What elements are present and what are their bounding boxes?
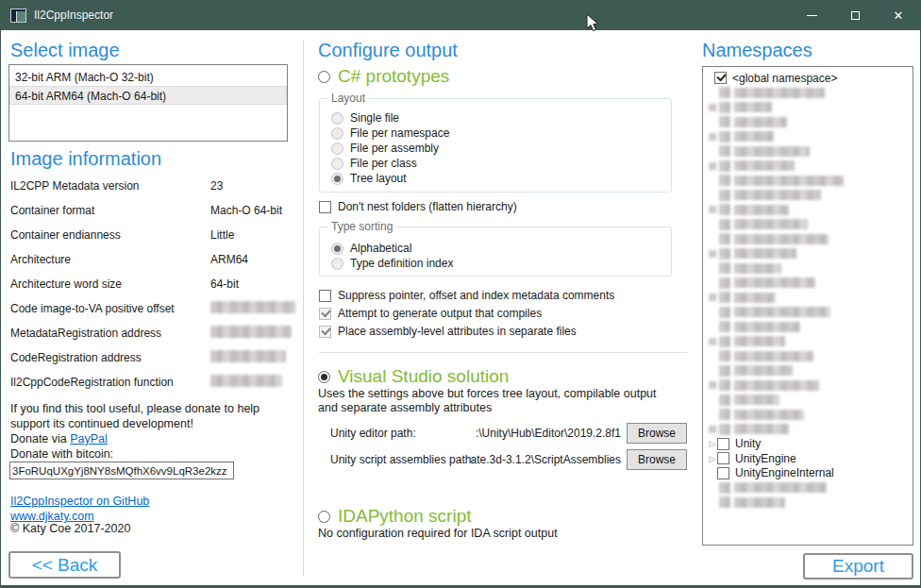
type-sorting-option[interactable]: Type definition index (331, 256, 453, 271)
namespace-item[interactable]: ▷ Unity (703, 437, 913, 452)
export-button[interactable]: Export (803, 553, 913, 580)
csharp-prototypes-radio[interactable] (318, 71, 330, 83)
info-row: MetadataRegistration address (10, 323, 293, 347)
unity-script-browse-button[interactable]: Browse (627, 449, 687, 470)
paypal-link[interactable]: PayPal (70, 432, 108, 445)
layout-radio[interactable] (331, 143, 343, 155)
namespace-item-redacted[interactable] (703, 320, 913, 335)
namespace-item-redacted[interactable] (703, 188, 913, 203)
layout-option[interactable]: File per namespace (331, 126, 449, 141)
namespace-item-redacted[interactable] (703, 115, 913, 130)
namespace-item-redacted[interactable] (703, 334, 913, 349)
vs-solution-option[interactable]: Visual Studio solution (318, 366, 509, 387)
namespace-item-redacted[interactable] (703, 408, 913, 423)
layout-radio[interactable] (331, 127, 343, 140)
namespace-item-redacted[interactable] (703, 349, 913, 364)
type-sorting-option[interactable]: Alphabetical (331, 241, 453, 256)
checkbox-redacted (719, 262, 730, 274)
website-link[interactable]: www.djkaty.com (10, 510, 94, 523)
global-namespace-checkbox[interactable] (714, 72, 727, 84)
flatten-hierarchy-checkbox[interactable] (319, 201, 331, 213)
namespace-item-redacted[interactable] (703, 203, 913, 218)
checkbox-redacted (719, 190, 730, 201)
output-option-checkbox[interactable] (319, 308, 331, 320)
image-listbox[interactable]: 32-bit ARM (Mach-O 32-bit) 64-bit ARM64 … (8, 64, 288, 142)
output-option[interactable]: Suppress pointer, offset and index metad… (319, 289, 614, 302)
select-image-title: Select image (10, 40, 120, 61)
info-value-redacted (210, 375, 282, 387)
layout-radio[interactable] (331, 158, 343, 170)
output-option-checkbox[interactable] (319, 326, 331, 338)
csharp-prototypes-option[interactable]: C# prototypes (318, 66, 449, 87)
name-redacted (734, 190, 821, 200)
minimize-button[interactable] (790, 0, 833, 30)
output-option[interactable]: Attempt to generate output that compiles (319, 307, 542, 320)
github-link[interactable]: Il2CppInspector on GitHub (10, 495, 149, 508)
output-option-label: Suppress pointer, offset and index metad… (338, 289, 614, 302)
namespace-item-redacted[interactable] (703, 261, 913, 277)
namespace-item-redacted[interactable] (703, 378, 913, 394)
namespace-item-redacted[interactable] (703, 129, 913, 144)
expander-redacted (709, 426, 716, 433)
namespace-checkbox[interactable] (717, 452, 729, 464)
flatten-hierarchy-option[interactable]: Don't nest folders (flatten hierarchy) (319, 200, 517, 213)
name-redacted (734, 160, 795, 171)
image-list-item[interactable]: 32-bit ARM (Mach-O 32-bit) (9, 67, 287, 86)
maximize-button[interactable] (833, 0, 877, 30)
layout-option[interactable]: File per class (331, 156, 449, 171)
output-option-checkbox[interactable] (319, 290, 331, 302)
namespace-item-redacted[interactable] (703, 496, 913, 511)
idapython-radio[interactable] (318, 511, 330, 523)
layout-option[interactable]: Single file (331, 110, 449, 126)
bitcoin-address-input[interactable] (9, 462, 234, 479)
namespace-item-redacted[interactable] (703, 86, 913, 101)
name-redacted (734, 365, 793, 376)
expander-icon[interactable]: ▷ (708, 454, 717, 463)
namespace-item-redacted[interactable] (703, 480, 913, 496)
title-bar[interactable]: Il2CppInspector ✕ (1, 0, 920, 30)
namespace-item-global[interactable]: <global namespace> (703, 71, 913, 86)
unity-script-path-label: Unity script assemblies path: (330, 453, 475, 466)
namespace-checkbox[interactable] (717, 467, 729, 479)
namespace-item-redacted[interactable] (703, 305, 913, 320)
info-row: Il2CppCodeRegistration function (10, 372, 293, 396)
namespace-item-redacted[interactable] (703, 159, 913, 174)
namespace-item[interactable]: UnityEngineInternal (703, 466, 913, 481)
namespace-item-redacted[interactable] (703, 276, 913, 291)
layout-option-label: File per class (350, 157, 417, 170)
idapython-option[interactable]: IDAPython script (318, 506, 472, 527)
info-value-redacted (210, 301, 295, 313)
image-list-item[interactable]: 64-bit ARM64 (Mach-O 64-bit) (9, 86, 287, 105)
namespace-item-redacted[interactable] (703, 246, 913, 261)
info-value: ARM64 (210, 253, 248, 266)
namespace-checkbox[interactable] (717, 438, 729, 450)
namespace-item-redacted[interactable] (703, 393, 913, 408)
vs-solution-radio[interactable] (318, 371, 330, 383)
output-option[interactable]: Place assembly-level attributes in separ… (319, 325, 577, 338)
back-button[interactable]: << Back (8, 551, 121, 579)
expander-icon[interactable]: ▷ (708, 439, 717, 448)
layout-option[interactable]: Tree layout (331, 171, 449, 186)
namespace-item[interactable]: ▷ UnityEngine (703, 451, 913, 466)
namespace-item-redacted[interactable] (703, 174, 913, 189)
type-sorting-radio[interactable] (331, 258, 343, 270)
layout-radio[interactable] (331, 112, 343, 125)
namespace-item-redacted[interactable] (703, 291, 913, 306)
layout-option[interactable]: File per assembly (331, 141, 449, 156)
close-button[interactable]: ✕ (877, 0, 920, 30)
type-sorting-radio[interactable] (331, 243, 343, 255)
name-redacted (734, 248, 796, 259)
unity-editor-browse-button[interactable]: Browse (627, 423, 687, 444)
layout-groupbox: Layout Single file File per namespace Fi… (319, 98, 672, 193)
namespace-item-redacted[interactable] (703, 100, 913, 115)
info-value: 23 (210, 179, 223, 193)
namespace-item-redacted[interactable] (703, 232, 913, 247)
namespace-item-redacted[interactable] (703, 363, 913, 378)
checkbox-redacted (719, 365, 730, 377)
layout-radio[interactable] (331, 173, 343, 185)
namespace-item-redacted[interactable] (703, 422, 913, 437)
namespaces-listbox[interactable]: <global namespace> (702, 66, 913, 546)
namespace-item-redacted[interactable] (703, 217, 913, 232)
namespace-item-redacted[interactable] (703, 144, 913, 160)
info-label: Architecture (10, 253, 71, 266)
